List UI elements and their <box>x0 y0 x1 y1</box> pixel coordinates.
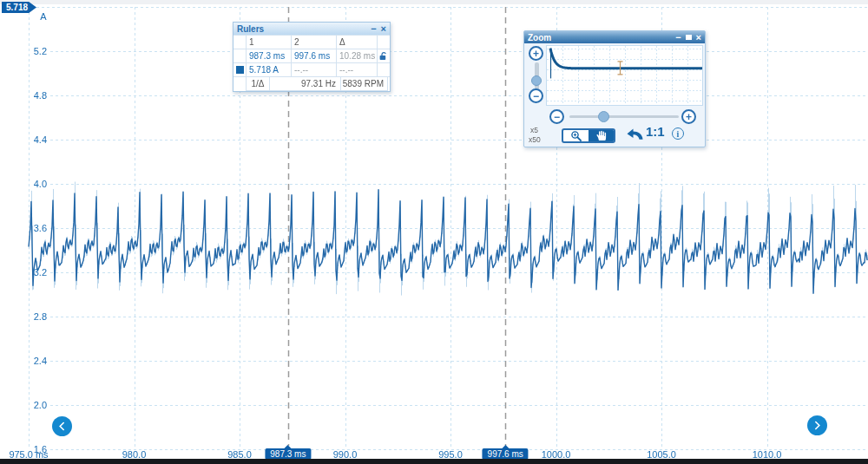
rulers-header-row: 1 2 Δ <box>233 35 390 49</box>
undo-zoom-button[interactable] <box>626 127 644 145</box>
rulers-panel-title: Rulers <box>237 24 264 34</box>
col-header-1: 1 <box>247 36 292 49</box>
rulers-footer-row: 1/Δ 97.31 Hz 5839 RPM <box>233 76 390 91</box>
y-tick-label: 2.0 <box>0 400 47 410</box>
pan-left-button[interactable] <box>52 416 72 436</box>
time-rulers-row: 987.3 ms 997.6 ms 10.28 ms <box>233 49 390 62</box>
vertical-zoom-slider-thumb[interactable] <box>531 75 542 86</box>
zoom-overview-preview[interactable] <box>546 45 703 106</box>
y-tick-label: 2.4 <box>0 356 47 366</box>
magnifier-plus-icon <box>570 130 582 142</box>
close-button[interactable]: × <box>381 24 386 33</box>
info-icon[interactable]: i <box>672 127 684 140</box>
amp-ruler-value: 5.718 A <box>247 63 292 76</box>
ruler-badge-pointer <box>285 445 292 448</box>
zoom-panel-title: Zoom <box>528 33 551 42</box>
rpm-value: 5839 RPM <box>341 77 388 91</box>
zoom-panel-titlebar[interactable]: Zoom − × <box>524 31 705 43</box>
amp-ruler2-value: --.-- <box>292 63 337 76</box>
one-over-delta-label: 1/Δ <box>246 77 270 91</box>
amplitude-ruler-row: 5.718 A --.-- --.-- <box>233 62 390 76</box>
zoom-tool-segmented-control <box>562 128 615 143</box>
y-axis-unit-label: A <box>35 11 52 22</box>
frequency-value: 97.31 Hz <box>270 77 341 91</box>
zoom-panel: Zoom − × + − − + x5 x50 <box>523 30 706 147</box>
pan-right-button[interactable] <box>807 415 827 435</box>
ruler-lock-cell[interactable] <box>378 49 388 62</box>
x50-scale-label: x50 <box>529 135 541 144</box>
y-tick-label: 2.8 <box>0 311 47 322</box>
y-tick-label: 4.0 <box>0 179 47 189</box>
close-button[interactable]: × <box>696 33 701 42</box>
pan-hand-tool-button[interactable] <box>589 130 614 141</box>
rulers-panel: Rulers − × 1 2 Δ 987.3 ms 997.6 ms 10.28… <box>233 22 391 92</box>
ruler-delta-value: 10.28 ms <box>337 49 378 62</box>
bottom-taskbar <box>0 459 868 464</box>
hand-icon <box>595 130 607 141</box>
rulers-panel-titlebar[interactable]: Rulers − × <box>233 23 390 35</box>
zoom-out-horizontal-button[interactable]: − <box>549 109 564 124</box>
maximize-button[interactable] <box>686 35 692 40</box>
zoom-out-vertical-button[interactable]: − <box>529 88 543 103</box>
ruler2-time-value: 997.6 ms <box>292 49 337 62</box>
chevron-left-icon <box>56 421 68 432</box>
minimize-button[interactable]: − <box>675 33 681 42</box>
ruler1-time-value: 987.3 ms <box>247 49 292 62</box>
unlock-icon <box>378 51 388 61</box>
magnifier-tool-button[interactable] <box>563 130 589 141</box>
horizontal-zoom-slider-track[interactable] <box>569 115 679 118</box>
horizontal-zoom-slider-thumb[interactable] <box>598 111 609 122</box>
waveform-plot-area[interactable] <box>0 0 868 464</box>
col-header-2: 2 <box>292 36 337 49</box>
y-tick-label: 3.6 <box>0 223 47 233</box>
undo-arrow-icon <box>626 127 644 141</box>
zoom-reset-1to1-button[interactable]: 1:1 <box>646 124 665 139</box>
minimize-button[interactable]: − <box>371 24 376 33</box>
y-tick-label: 3.2 <box>0 267 47 278</box>
zoom-in-horizontal-button[interactable]: + <box>681 109 696 124</box>
amp-delta-value: --.-- <box>337 63 378 76</box>
y-tick-label: 5.2 <box>0 46 47 56</box>
zoom-in-vertical-button[interactable]: + <box>529 46 543 61</box>
x5-scale-label: x5 <box>530 126 538 134</box>
chevron-right-icon <box>812 420 823 431</box>
ruler-badge-pointer <box>502 445 509 448</box>
y-tick-label: 4.4 <box>0 134 47 145</box>
col-header-delta: Δ <box>337 36 378 49</box>
channel-color-swatch <box>236 66 244 74</box>
scope-app-window: 5.718 A 5.24.84.44.03.63.22.82.42.01.6 9… <box>0 0 868 464</box>
y-tick-label: 4.8 <box>0 90 47 101</box>
